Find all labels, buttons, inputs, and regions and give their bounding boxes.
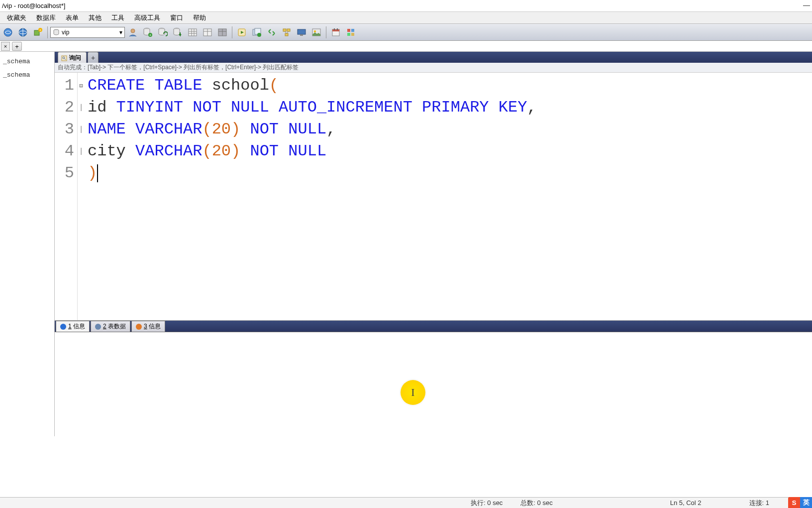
code-line: ): [88, 162, 809, 184]
tab-close-button[interactable]: ×: [1, 42, 10, 51]
execute-all-button[interactable]: [250, 25, 264, 39]
play-icon: [237, 27, 247, 37]
hint-text: 自动完成：[Tab]-> 下一个标签，[Ctrl+Space]-> 列出所有标签…: [58, 63, 299, 72]
main-area: _schema _schema 询问 + 自动完成：[Tab]-> 下一个标签，…: [0, 52, 812, 436]
database-refresh-icon: [158, 27, 168, 37]
info-color-icon: [136, 324, 142, 330]
results-tab-label: 2 表数据: [103, 322, 126, 331]
svg-point-28: [257, 33, 261, 37]
svg-rect-31: [285, 33, 288, 36]
blocks-button[interactable]: [344, 25, 358, 39]
svg-rect-39: [332, 29, 339, 31]
query-icon: [61, 55, 67, 61]
menu-favorites[interactable]: 收藏夹: [2, 12, 31, 23]
database-selector-value: vip: [62, 29, 69, 36]
menu-other[interactable]: 其他: [84, 12, 106, 23]
results-tab-label: 3 信息: [144, 322, 161, 331]
db-download-button[interactable]: [171, 25, 185, 39]
status-bar: 执行: 0 sec 总数: 0 sec Ln 5, Col 2 连接: 1: [0, 497, 812, 508]
db-refresh-button[interactable]: [156, 25, 170, 39]
results-tab[interactable]: 1 信息: [56, 321, 90, 332]
fold-marker: ⊟: [78, 75, 85, 97]
tab-add-button[interactable]: +: [12, 42, 22, 51]
results-tab[interactable]: 3 信息: [131, 321, 165, 332]
cursor-highlight-icon: I: [401, 380, 425, 405]
svg-rect-29: [283, 29, 286, 31]
image-button[interactable]: [309, 25, 323, 39]
svg-line-32: [285, 31, 287, 33]
monitor-icon: [297, 27, 306, 37]
table-icon: [188, 27, 198, 37]
svg-text:+: +: [39, 28, 42, 32]
sidebar-item[interactable]: _schema: [2, 68, 52, 82]
code-line: NAME VARCHAR(20) NOT NULL,: [88, 119, 809, 140]
table-edit-icon: [203, 27, 212, 37]
svg-rect-42: [347, 29, 350, 32]
database-add-icon: +: [143, 27, 153, 37]
db-add-button[interactable]: +: [141, 25, 155, 39]
sidebar-item[interactable]: _schema: [2, 55, 52, 68]
sql-editor[interactable]: 12345 ⊟│││ CREATE TABLE school(id TINYIN…: [55, 73, 812, 321]
status-connection: 连接: 1: [740, 499, 778, 508]
svg-point-37: [314, 30, 316, 32]
svg-rect-44: [347, 33, 350, 36]
execute-button[interactable]: [235, 25, 249, 39]
menu-table[interactable]: 表单: [61, 12, 84, 23]
screen-button[interactable]: [295, 25, 308, 39]
user-button[interactable]: [126, 25, 140, 39]
menu-tools[interactable]: 工具: [106, 12, 129, 23]
toolbar-separator: [326, 26, 326, 38]
database-download-icon: [173, 27, 183, 37]
results-tab-strip: 1 信息2 表数据3 信息: [55, 321, 812, 332]
svg-rect-30: [287, 29, 290, 31]
window-controls: —: [803, 1, 810, 9]
schema-button[interactable]: [280, 25, 294, 39]
line-number: 5: [55, 162, 77, 184]
table-button-2[interactable]: [201, 25, 214, 39]
svg-rect-46: [62, 56, 67, 61]
results-panel: [55, 332, 812, 436]
svg-rect-43: [351, 29, 354, 32]
schema-icon: [282, 27, 292, 37]
table-button-1[interactable]: [186, 25, 200, 39]
connection-tab-strip: × +: [0, 41, 812, 52]
database-selector[interactable]: vip ▾: [50, 27, 125, 38]
toolbar-separator: [47, 26, 48, 38]
table-dark-icon: [217, 27, 227, 37]
calendar-button[interactable]: [329, 25, 343, 39]
code-line: city VARCHAR(20) NOT NULL: [88, 140, 809, 162]
menu-database[interactable]: 数据库: [31, 12, 61, 23]
line-number: 3: [55, 119, 77, 140]
line-gutter: 12345: [55, 73, 78, 320]
sync-button[interactable]: [265, 25, 279, 39]
fold-marker: │: [78, 97, 85, 119]
menu-advanced-tools[interactable]: 高级工具: [129, 12, 165, 23]
autocomplete-hint: 自动完成：[Tab]-> 下一个标签，[Ctrl+Space]-> 列出所有标签…: [55, 63, 812, 73]
ime-language-button[interactable]: 英: [800, 497, 812, 508]
menu-window[interactable]: 窗口: [165, 12, 188, 23]
fold-column: ⊟│││: [78, 73, 85, 320]
results-tab[interactable]: 2 表数据: [91, 321, 130, 332]
minimize-button[interactable]: —: [803, 1, 810, 9]
svg-rect-45: [351, 33, 354, 36]
connection-add-icon: +: [33, 27, 43, 37]
ime-sogou-icon[interactable]: S: [788, 497, 800, 508]
toolbar: + vip ▾ +: [0, 24, 812, 41]
text-cursor: [97, 164, 98, 182]
info-icon: [60, 324, 66, 330]
query-tab[interactable]: 询问: [58, 52, 87, 63]
new-connection-button[interactable]: +: [31, 25, 45, 39]
globe-button[interactable]: [16, 25, 30, 39]
menu-bar: 收藏夹 数据库 表单 其他 工具 高级工具 窗口 帮助: [0, 12, 812, 24]
calendar-icon: [331, 27, 341, 37]
status-position: Ln 5, Col 2: [661, 499, 710, 507]
results-tab-label: 1 信息: [68, 322, 85, 331]
query-tab-add-button[interactable]: +: [88, 52, 99, 63]
table-button-3[interactable]: [215, 25, 229, 39]
refresh-button[interactable]: [1, 25, 15, 39]
database-icon: [53, 29, 60, 36]
window-title: /vip - root@localhost*]: [2, 2, 65, 9]
menu-help[interactable]: 帮助: [188, 12, 211, 23]
code-content[interactable]: CREATE TABLE school(id TINYINT NOT NULL …: [85, 73, 812, 320]
svg-line-33: [287, 31, 289, 33]
